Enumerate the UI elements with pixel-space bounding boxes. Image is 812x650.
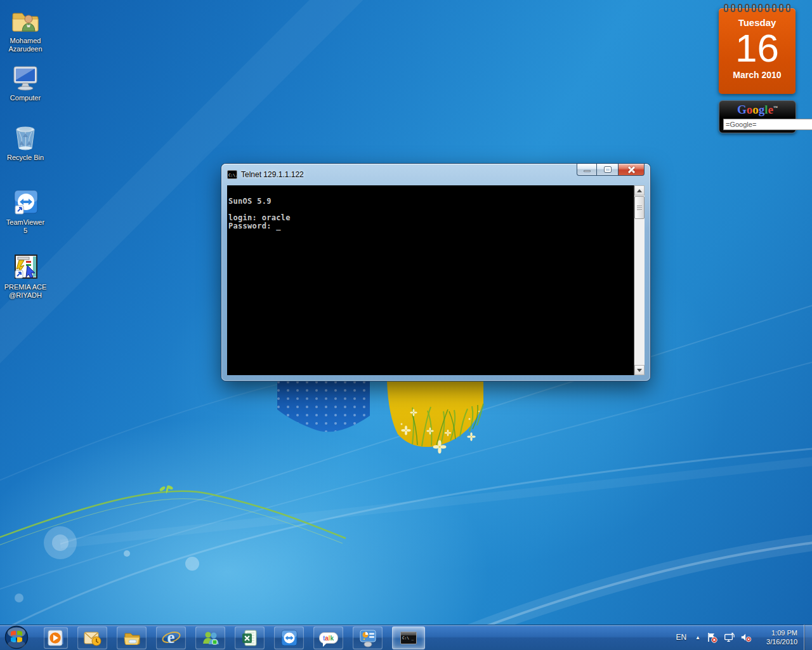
window-title: Telnet 129.1.1.122 [241, 170, 304, 179]
terminal-scrollbar[interactable] [634, 185, 645, 375]
close-icon [628, 166, 635, 173]
calendar-page: Tuesday 16 March 2010 [719, 8, 796, 94]
volume-muted-icon[interactable] [740, 632, 752, 643]
windows-desktop: Mohamed Azarudeen Computer Recycle Bin [0, 0, 812, 650]
show-hidden-icons-button[interactable]: ▲ [695, 635, 700, 640]
teamviewer-icon [10, 187, 41, 217]
desktop-icon-label: PREMIA ACE @RIYADH [0, 283, 51, 300]
taskbar-button-internet-explorer[interactable]: e [156, 627, 186, 649]
premia-ace-icon [10, 251, 41, 282]
windows-start-orb-icon [4, 625, 29, 650]
scroll-up-button[interactable] [634, 185, 645, 196]
terminal-output: SunOS 5.9 login: oracle Password: _ [227, 185, 634, 375]
google-search-gadget: Google™ [719, 100, 796, 133]
console-window-icon: C:\. [227, 170, 237, 179]
computer-icon [10, 62, 41, 93]
google-logo: Google™ [719, 103, 796, 117]
windows-media-player-icon [46, 628, 65, 647]
taskbar-button-telnet-console[interactable]: C:\ _ [392, 627, 425, 649]
network-status-icon[interactable] [723, 632, 735, 643]
taskbar-button-windows-explorer[interactable] [117, 627, 147, 649]
display-utility-icon [358, 628, 378, 647]
calendar-spiral-binding [724, 4, 790, 12]
taskbar-button-display-utility[interactable] [353, 627, 383, 649]
taskbar-button-teamviewer[interactable] [274, 627, 304, 649]
action-center-flag-icon[interactable] [706, 632, 717, 643]
console-window-icon: C:\ _ [400, 632, 417, 644]
user-folder-icon [10, 5, 41, 36]
taskbar: e [0, 625, 812, 650]
minimize-icon [584, 170, 591, 172]
start-button[interactable] [3, 625, 30, 650]
desktop-icon-label: TeamViewer 5 [0, 218, 51, 235]
arrow-up-icon [637, 189, 642, 192]
taskbar-button-google-talk[interactable]: talk [313, 627, 343, 649]
system-tray: EN ▲ [672, 625, 812, 650]
maximize-icon [605, 167, 611, 172]
clock-time: 1:09 PM [757, 628, 797, 637]
taskbar-button-excel[interactable] [235, 627, 265, 649]
taskbar-button-outlook[interactable] [77, 627, 107, 649]
internet-explorer-icon: e [167, 628, 175, 647]
desktop-icon-user-folder[interactable]: Mohamed Azarudeen [0, 5, 51, 53]
desktop-icon-label: Computer [0, 94, 51, 102]
desktop-icon-computer[interactable]: Computer [0, 62, 51, 102]
google-talk-icon: talk [319, 632, 338, 644]
desktop-icon-label: Mohamed Azarudeen [0, 37, 51, 53]
language-indicator[interactable]: EN [672, 631, 690, 644]
scrollbar-track[interactable] [634, 196, 645, 365]
terminal-line: SunOS 5.9 [228, 197, 632, 206]
taskbar-button-windows-media-player[interactable] [44, 627, 68, 649]
excel-sheet-icon [240, 628, 259, 647]
clock[interactable]: 1:09 PM 3/16/2010 [757, 628, 797, 646]
terminal-client-area[interactable]: SunOS 5.9 login: oracle Password: _ [227, 185, 645, 375]
window-titlebar[interactable]: C:\. Telnet 129.1.1.122 [221, 164, 650, 185]
calendar-month-year: March 2010 [719, 70, 796, 80]
messenger-people-icon [201, 628, 220, 647]
google-search-input[interactable] [723, 119, 812, 130]
arrow-down-icon [637, 369, 642, 372]
recycle-bin-icon [10, 122, 41, 152]
scroll-down-button[interactable] [634, 365, 645, 375]
taskbar-button-windows-live-messenger[interactable] [195, 627, 225, 649]
folder-explorer-icon [122, 628, 141, 647]
google-tm: ™ [773, 105, 778, 110]
outlook-icon [83, 628, 102, 647]
teamviewer-icon [280, 628, 299, 647]
desktop-icon-premia-ace[interactable]: PREMIA ACE @RIYADH [0, 251, 51, 300]
show-desktop-button[interactable] [804, 625, 812, 650]
calendar-gadget[interactable]: Tuesday 16 March 2010 [719, 4, 796, 94]
calendar-day: 16 [719, 29, 796, 67]
maximize-button[interactable] [597, 164, 618, 176]
desktop-icon-label: Recycle Bin [0, 154, 51, 162]
terminal-line: login: oracle [228, 214, 632, 222]
telnet-window: C:\. Telnet 129.1.1.122 SunOS 5.9 login:… [221, 164, 650, 381]
clock-date: 3/16/2010 [757, 637, 797, 646]
desktop-icon-recycle-bin[interactable]: Recycle Bin [0, 122, 51, 162]
desktop-icon-teamviewer[interactable]: TeamViewer 5 [0, 187, 51, 235]
close-button[interactable] [618, 164, 645, 176]
minimize-button[interactable] [577, 164, 597, 176]
terminal-line [228, 189, 632, 197]
scrollbar-thumb[interactable] [634, 196, 645, 219]
terminal-line: Password: _ [228, 222, 632, 230]
